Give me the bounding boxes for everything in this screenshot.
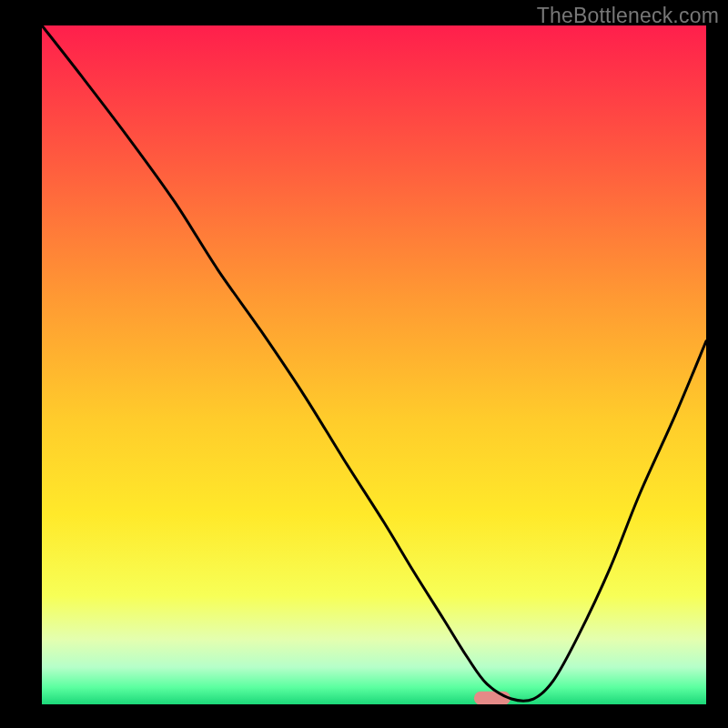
plot-svg: [42, 25, 706, 704]
watermark-text: TheBottleneck.com: [537, 4, 719, 28]
plot-area: [42, 25, 706, 704]
chart-frame: TheBottleneck.com: [0, 0, 728, 728]
gradient-background: [42, 25, 706, 704]
